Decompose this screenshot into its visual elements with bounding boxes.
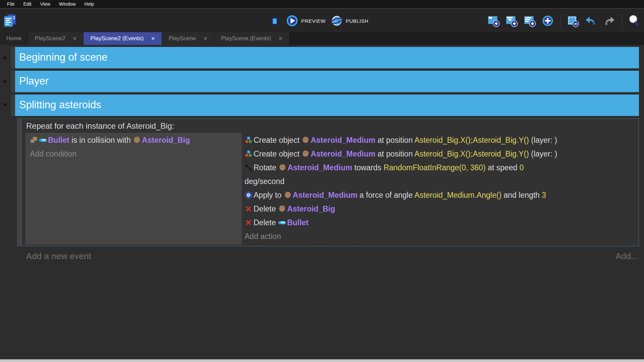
redo-icon[interactable]: [602, 14, 616, 28]
text-segment: Asteroid_Big: [287, 204, 335, 213]
tab-label: PlayScene2: [35, 35, 65, 42]
tab-label: PlayScene (Events): [221, 35, 271, 42]
close-icon[interactable]: ✕: [73, 36, 77, 41]
add-more-button[interactable]: Add...: [615, 251, 638, 261]
add-event-icon[interactable]: [486, 14, 500, 28]
add-comment-icon[interactable]: [523, 14, 537, 28]
preview-button[interactable]: PREVIEW: [286, 14, 326, 27]
event-drag-handle[interactable]: [11, 47, 15, 68]
gdevelop-window: File Edit View Window Help: [0, 0, 644, 362]
text-segment: Asteroid_Big: [142, 136, 190, 144]
text-segment: (layer: ): [529, 136, 557, 144]
preview-label: PREVIEW: [301, 18, 326, 24]
text-segment: Delete: [254, 218, 278, 227]
menu-item-file[interactable]: File: [3, 1, 19, 7]
event-group-beginning-of-scene[interactable]: Beginning of scene: [0, 47, 639, 68]
condition-row[interactable]: Bullet is in collision with Asteroid_Big: [30, 133, 242, 147]
actions-panel: Create object Asteroid_Medium at positio…: [242, 133, 639, 245]
action-row[interactable]: Rotate Asteroid_Medium towards RandomFlo…: [245, 161, 635, 188]
text-segment: Asteroid_Medium: [287, 163, 352, 172]
menu-item-window[interactable]: Window: [55, 1, 80, 7]
group-title[interactable]: Splitting asteroids: [15, 95, 639, 116]
toolbar-separator: [560, 14, 560, 28]
asteroid-icon: [302, 148, 310, 157]
close-icon[interactable]: ✕: [203, 36, 207, 41]
repeat-event: Repeat for each instance of Asteroid_Big…: [17, 118, 639, 246]
action-row[interactable]: Delete Asteroid_Big: [245, 202, 635, 216]
expand-arrow-icon[interactable]: [0, 47, 11, 68]
undo-icon[interactable]: [584, 14, 598, 28]
asteroid-icon: [284, 190, 292, 198]
add-condition-button[interactable]: Add condition: [30, 147, 242, 161]
text-segment: at speed: [486, 163, 520, 172]
text-segment: deg/second: [245, 177, 284, 186]
search-icon[interactable]: [627, 14, 641, 28]
action-row[interactable]: Delete Bullet: [245, 216, 635, 230]
expand-arrow-icon[interactable]: [0, 71, 11, 92]
publish-globe-icon: [330, 14, 343, 27]
asteroid-icon: [278, 203, 286, 212]
collapse-arrow-icon[interactable]: [0, 95, 11, 116]
action-row[interactable]: Apply to Asteroid_Medium a force of angl…: [245, 188, 635, 202]
publish-button[interactable]: PUBLISH: [330, 14, 369, 27]
event-group-splitting-asteroids[interactable]: Splitting asteroids: [0, 95, 639, 116]
bullet-icon: [39, 135, 47, 143]
text-segment: and length: [501, 191, 542, 199]
tab-home[interactable]: Home: [0, 32, 28, 45]
delete-selection-icon[interactable]: [566, 14, 580, 28]
text-segment: RandomFloatInRange(0, 360): [383, 163, 485, 172]
bullet-icon: [278, 217, 286, 225]
tab-playscene-events[interactable]: PlayScene (Events) ✕: [214, 32, 289, 45]
delete-icon: [245, 217, 253, 225]
force-icon: [245, 190, 253, 198]
tab-playscene[interactable]: PlayScene ✕: [162, 32, 214, 45]
menu-item-view[interactable]: View: [36, 1, 55, 7]
asteroid-icon: [133, 135, 141, 143]
create-object-icon: [245, 148, 253, 157]
horizontal-scrollbar[interactable]: [0, 359, 644, 362]
text-segment: Asteroid_Medium: [293, 191, 358, 199]
group-title[interactable]: Player: [15, 71, 639, 92]
action-row[interactable]: Create object Asteroid_Medium at positio…: [245, 133, 635, 147]
asteroid-icon: [302, 135, 310, 143]
menu-bar: File Edit View Window Help: [0, 0, 644, 8]
repeat-event-header[interactable]: Repeat for each instance of Asteroid_Big…: [21, 119, 639, 133]
close-icon[interactable]: ✕: [151, 36, 155, 41]
tab-playscene2[interactable]: PlayScene2 ✕: [28, 32, 84, 45]
text-segment: Apply to: [254, 191, 284, 199]
main-toolbar: PREVIEW PUBLISH: [0, 8, 644, 32]
text-segment: towards: [352, 163, 383, 172]
repeat-event-selected[interactable]: Repeat for each instance of Asteroid_Big…: [21, 118, 639, 246]
publish-label: PUBLISH: [346, 18, 369, 24]
add-circle-icon[interactable]: [541, 14, 555, 28]
event-group-player[interactable]: Player: [0, 71, 639, 92]
event-drag-handle[interactable]: [17, 118, 21, 246]
menu-item-edit[interactable]: Edit: [19, 1, 36, 7]
events-sheet: Beginning of scene Player Splitting aste…: [0, 45, 644, 359]
action-row[interactable]: Create object Asteroid_Medium at positio…: [245, 147, 635, 161]
debugger-icon[interactable]: [268, 14, 281, 27]
preview-play-icon: [286, 14, 299, 27]
text-segment: a force of angle: [357, 191, 414, 199]
editor-tab-bar: Home PlayScene2 ✕ PlayScene2 (Events) ✕ …: [0, 32, 644, 45]
toolbar-separator: [622, 14, 622, 28]
text-segment: Bullet: [287, 218, 309, 227]
menu-item-help[interactable]: Help: [80, 1, 99, 7]
close-icon[interactable]: ✕: [278, 36, 282, 41]
text-segment: 0: [520, 163, 524, 172]
text-segment: Bullet: [48, 136, 69, 144]
create-object-icon: [245, 135, 253, 143]
event-drag-handle[interactable]: [11, 71, 15, 92]
text-segment: Create object: [254, 149, 302, 158]
collision-icon: [30, 135, 38, 143]
asteroid-icon: [278, 162, 286, 170]
text-segment: Asteroid_Medium: [311, 149, 375, 158]
event-drag-handle[interactable]: [11, 95, 15, 116]
add-new-event-button[interactable]: Add a new event: [26, 251, 91, 261]
tab-playscene2-events[interactable]: PlayScene2 (Events) ✕: [84, 32, 162, 45]
gdevelop-logo-icon[interactable]: [3, 13, 17, 28]
rotate-icon: [245, 162, 253, 170]
add-subevent-icon[interactable]: [504, 14, 519, 28]
group-title[interactable]: Beginning of scene: [15, 47, 639, 68]
add-action-button[interactable]: Add action: [245, 230, 635, 243]
